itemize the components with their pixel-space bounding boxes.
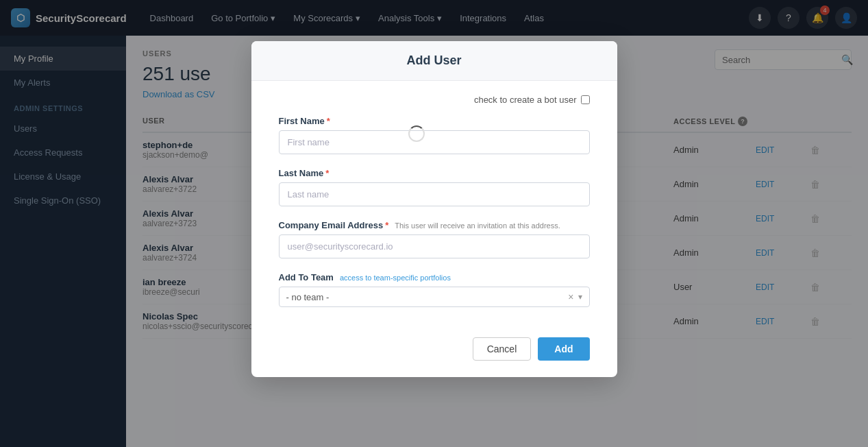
last-name-label: Last Name * <box>279 168 590 178</box>
loading-spinner <box>408 125 425 142</box>
required-indicator: * <box>325 168 329 178</box>
modal-footer: Cancel Add <box>251 337 617 377</box>
last-name-input[interactable] <box>279 182 590 206</box>
required-indicator: * <box>385 220 388 230</box>
team-select-value: - no team - <box>286 292 565 302</box>
email-input[interactable] <box>279 234 590 258</box>
first-name-label: First Name * <box>279 116 590 126</box>
first-name-input[interactable] <box>279 130 590 154</box>
cancel-button[interactable]: Cancel <box>473 337 532 361</box>
bot-check-row: check to create a bot user <box>279 95 590 105</box>
required-indicator: * <box>327 116 330 126</box>
chevron-down-icon[interactable]: ▾ <box>578 292 582 302</box>
bot-check-label: check to create a bot user <box>474 95 577 105</box>
first-name-field-group: First Name * <box>279 116 590 154</box>
spinner-area <box>408 120 425 147</box>
team-clear-button[interactable]: × <box>568 291 573 302</box>
bot-user-checkbox[interactable] <box>581 95 590 104</box>
modal-title: Add User <box>268 53 601 68</box>
add-button[interactable]: Add <box>538 337 589 361</box>
team-select[interactable]: - no team - × ▾ <box>279 287 590 307</box>
email-field-group: Company Email Address * This user will r… <box>279 220 590 258</box>
modal-header: Add User <box>251 41 617 81</box>
email-label: Company Email Address * This user will r… <box>279 220 590 230</box>
team-label: Add To Team access to team-specific port… <box>279 272 590 282</box>
modal-overlay: Add User check to create a bot user Firs… <box>0 0 868 447</box>
last-name-field-group: Last Name * <box>279 168 590 206</box>
email-hint: This user will receive an invitation at … <box>395 221 560 230</box>
modal-body: check to create a bot user First Name * … <box>251 81 617 337</box>
team-hint: access to team-specific portfolios <box>340 274 451 282</box>
add-user-modal: Add User check to create a bot user Firs… <box>251 41 617 377</box>
team-field-group: Add To Team access to team-specific port… <box>279 272 590 307</box>
